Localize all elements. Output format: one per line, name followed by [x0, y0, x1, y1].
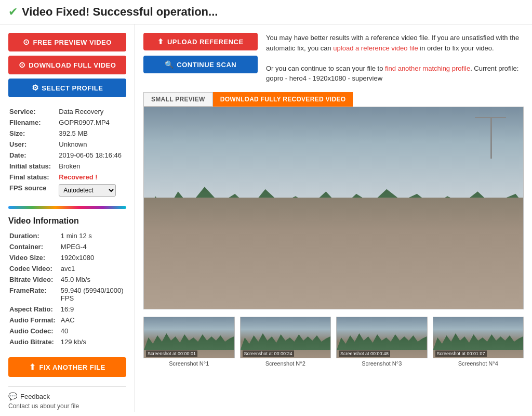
main-layout: ⊙ FREE PREVIEW VIDEO ⊙ DOWNLOAD FULL VID… [0, 24, 532, 412]
play-icon: ⊙ [23, 37, 30, 47]
duration-label: Duration: [9, 231, 60, 241]
video-preview [143, 107, 524, 309]
thumbnail-1: Screenshot at 00:00:01 [143, 317, 235, 358]
video-size-label: Video Size: [9, 253, 60, 263]
feedback-link[interactable]: 💬 Feedback [8, 392, 126, 400]
list-item: Screenshot at 00:01:07 Screenshot N°4 [433, 317, 524, 367]
thumbnail-2: Screenshot at 00:00:24 [240, 317, 331, 358]
ground [144, 198, 523, 308]
download-full-button[interactable]: ⊙ DOWNLOAD FULL VIDEO [8, 56, 126, 74]
sky [144, 107, 523, 198]
thumb-label-4: Screenshot N°4 [433, 360, 524, 367]
size-label: Size: [9, 128, 58, 138]
service-value: Data Recovery [59, 107, 125, 116]
thumb-label-2: Screenshot N°2 [240, 360, 331, 367]
page-title: Video Fixed! Successful operation... [22, 5, 218, 19]
initial-status-label: Initial status: [9, 161, 58, 171]
header: ✔ Video Fixed! Successful operation... [0, 0, 532, 24]
audio-bitrate-value: 129 kb/s [61, 337, 125, 347]
continue-scan-button[interactable]: 🔍 CONTINUE SCAN [143, 56, 258, 73]
date-label: Date: [9, 150, 58, 160]
user-value: Unknown [59, 139, 125, 149]
video-size-value: 1920x1080 [61, 253, 125, 263]
thumbnail-3: Screenshot at 00:00:48 [336, 317, 428, 358]
find-profile-link[interactable]: find another matching profile [385, 64, 470, 72]
download-icon: ⊙ [19, 60, 26, 70]
contact-link[interactable]: Contact us about your file [8, 402, 126, 410]
success-icon: ✔ [8, 5, 18, 19]
service-label: Service: [9, 107, 58, 116]
bitrate-value: 45.0 Mb/s [61, 275, 125, 284]
timestamp-1: Screenshot at 00:00:01 [146, 350, 197, 357]
feedback-area: 💬 Feedback Contact us about your file [8, 386, 126, 410]
video-info-table: Duration: 1 min 12 s Container: MPEG-4 V… [8, 230, 126, 348]
preview-tabs: SMALL PREVIEW DOWNLOAD FULLY RECOVERED V… [143, 92, 524, 107]
codec-label: Codec Video: [9, 264, 60, 274]
upload-ref-link[interactable]: upload a reference video file [333, 44, 418, 52]
hint-text: You may have better results with a refer… [266, 33, 524, 84]
framerate-value: 59.940 (59940/1000) FPS [61, 285, 125, 303]
timestamp-3: Screenshot at 00:00:48 [339, 350, 390, 357]
tab-download-recovered[interactable]: DOWNLOAD FULLY RECOVERED VIDEO [213, 92, 353, 107]
select-profile-button[interactable]: ⚙ SELECT PROFILE [8, 79, 126, 97]
size-value: 392.5 MB [59, 128, 125, 138]
list-item: Screenshot at 00:00:24 Screenshot N°2 [240, 317, 331, 367]
aspect-label: Aspect Ratio: [9, 304, 60, 314]
duration-value: 1 min 12 s [61, 231, 125, 241]
upload-reference-button[interactable]: ⬆ UPLOAD REFERENCE [143, 33, 258, 50]
upload-ref-icon: ⬆ [157, 37, 164, 46]
list-item: Screenshot at 00:00:48 Screenshot N°3 [336, 317, 428, 367]
thumbnail-4: Screenshot at 00:01:07 [433, 317, 524, 358]
aspect-value: 16:9 [61, 304, 125, 314]
container-value: MPEG-4 [61, 242, 125, 252]
color-bar [8, 206, 126, 209]
bitrate-label: Bitrate Video: [9, 275, 60, 284]
user-label: User: [9, 139, 58, 149]
audio-bitrate-label: Audio Bitrate: [9, 337, 60, 347]
audio-codec-value: 40 [61, 326, 125, 336]
crane [490, 117, 492, 159]
thumb-label-3: Screenshot N°3 [336, 360, 428, 367]
date-value: 2019-06-05 18:16:46 [59, 150, 125, 160]
controls-left: ⬆ UPLOAD REFERENCE 🔍 CONTINUE SCAN [143, 33, 258, 73]
final-status-value: Recovered ! [59, 173, 97, 181]
fps-source-select[interactable]: Autodetect 23.976 24 25 29.97 30 59.94 6… [59, 184, 116, 197]
container-label: Container: [9, 242, 60, 252]
final-status-label: Final status: [9, 172, 58, 182]
top-controls: ⬆ UPLOAD REFERENCE 🔍 CONTINUE SCAN You m… [143, 33, 524, 84]
framerate-label: FrameRate: [9, 285, 60, 303]
scan-icon: 🔍 [165, 60, 174, 69]
fix-another-button[interactable]: ⬆ FIX ANOTHER FILE [8, 357, 126, 377]
video-info-title: Video Information [8, 216, 126, 226]
scene [144, 107, 523, 309]
timestamp-4: Screenshot at 00:01:07 [435, 350, 487, 357]
audio-format-value: AAC [61, 315, 125, 325]
profile-icon: ⚙ [32, 83, 39, 93]
tab-small-preview[interactable]: SMALL PREVIEW [143, 92, 213, 107]
audio-format-label: Audio Format: [9, 315, 60, 325]
filename-label: Filename: [9, 118, 58, 127]
content-area: ⬆ UPLOAD REFERENCE 🔍 CONTINUE SCAN You m… [135, 24, 532, 412]
feedback-icon: 💬 [8, 392, 17, 400]
initial-status-value: Broken [59, 161, 125, 171]
upload-icon: ⬆ [29, 362, 36, 372]
audio-codec-label: Audio Codec: [9, 326, 60, 336]
free-preview-button[interactable]: ⊙ FREE PREVIEW VIDEO [8, 33, 126, 51]
file-info-table: Service: Data Recovery Filename: GOPR090… [8, 106, 126, 199]
thumbnails: Screenshot at 00:00:01 Screenshot N°1 Sc… [143, 317, 524, 367]
sidebar: ⊙ FREE PREVIEW VIDEO ⊙ DOWNLOAD FULL VID… [0, 24, 135, 412]
codec-value: avc1 [61, 264, 125, 274]
timestamp-2: Screenshot at 00:00:24 [243, 350, 294, 357]
filename-value: GOPR0907.MP4 [59, 118, 125, 127]
list-item: Screenshot at 00:00:01 Screenshot N°1 [143, 317, 235, 367]
fps-source-label: FPS source [9, 183, 58, 198]
thumb-label-1: Screenshot N°1 [143, 360, 235, 367]
